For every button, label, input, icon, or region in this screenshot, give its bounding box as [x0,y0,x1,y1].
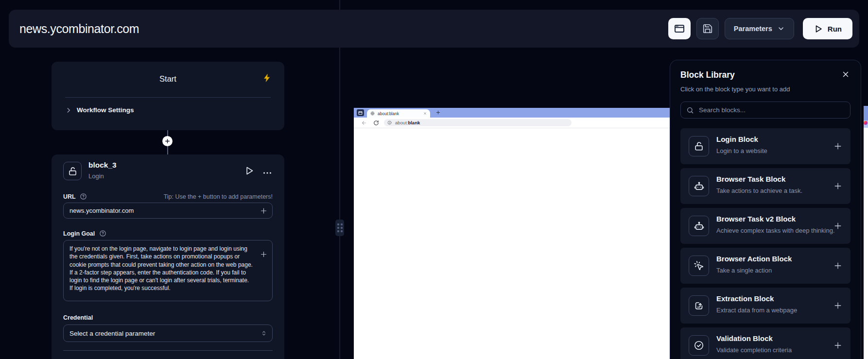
chevrons-up-down-icon [260,330,267,337]
parameters-button[interactable]: Parameters [725,18,794,39]
bot-icon [689,216,709,236]
search-input[interactable] [694,106,850,114]
add-parameter-plus-icon[interactable] [260,206,268,215]
block-library-subtitle: Click on the block type you want to add [680,85,790,93]
back-icon[interactable] [361,120,367,126]
background-window-tab-strip-sliver [864,106,868,120]
browser-preview-viewport[interactable]: about:blank about:blank [354,108,670,359]
add-block-plus-icon[interactable] [833,141,843,151]
block-item-name: Extraction Block [716,294,774,303]
start-node-card[interactable]: Start Workflow Settings [52,62,284,130]
block-library-item[interactable]: Browser Task v2 Block Achieve complex ta… [680,208,851,244]
help-circle-icon[interactable] [99,230,106,237]
search-icon [686,106,694,114]
block-library-panel: Block Library Click on the block type yo… [670,60,861,359]
block-item-description: Take actions to achieve a task. [716,187,802,194]
block-item-description: Extract data from a webpage [716,307,797,314]
login-goal-textarea[interactable]: If you're not on the login page, navigat… [63,240,273,301]
url-tip-text: Tip: Use the + button to add parameters! [164,193,273,200]
block-library-item[interactable]: Browser Task Block Take actions to achie… [680,168,851,204]
start-card-divider [65,97,271,98]
app-window-icon [674,23,685,34]
credential-select[interactable]: Select a credential parameter [63,325,273,342]
check-circle-icon [689,335,709,356]
search-box [680,102,851,119]
header-bar: news.ycombinator.com Parameters [9,10,859,48]
mouse-pointer-click-icon [689,256,709,276]
block-type-label: Login [88,172,104,180]
grip-dots-icon [337,223,343,232]
block-library-item[interactable]: Extraction Block Extract data from a web… [680,288,851,324]
login-goal-label: Login Goal [63,230,95,237]
block-item-description: Login to a website [716,147,767,154]
address-bar[interactable]: about:blank [384,119,572,126]
close-icon[interactable] [841,70,850,79]
add-block-plus-icon[interactable] [833,181,843,191]
header-controls: Parameters Run [668,18,852,39]
url-input[interactable] [64,203,272,218]
block-library-list: Login Block Login to a website Browser T… [680,128,851,359]
globe-icon [370,111,375,116]
block-item-name: Browser Task Block [716,175,785,183]
block-library-item[interactable]: Login Block Login to a website [680,128,851,164]
canvas-split-divider [339,0,340,359]
lightning-bolt-icon [262,73,272,83]
chevron-down-icon [777,25,785,33]
split-drag-handle[interactable] [335,220,344,236]
add-block-connector-button[interactable] [162,136,173,146]
block-item-name: Browser Task v2 Block [716,215,796,223]
block-library-item[interactable]: Validation Block Validate completion cri… [680,327,851,359]
credential-select-value: Select a credential parameter [64,330,155,337]
background-window-page-sliver [864,128,868,359]
browser-tab-strip: about:blank [354,108,670,118]
save-icon [702,23,713,34]
start-node-title: Start [52,74,284,84]
workflow-settings-label: Workflow Settings [77,106,134,114]
block-options-menu-button[interactable] [262,168,273,178]
browser-page-content [354,129,670,359]
lock-open-icon [689,136,709,156]
block-item-name: Browser Action Block [716,255,792,263]
help-circle-icon[interactable] [80,193,87,200]
block-item-name: Validation Block [716,334,773,342]
tab-search-icon[interactable] [357,109,364,116]
browser-tab[interactable]: about:blank [367,109,430,118]
workflow-settings-toggle[interactable]: Workflow Settings [65,106,134,114]
block-item-name: Login Block [716,135,758,143]
chevron-right-icon [65,107,72,114]
login-goal-field-row: Login Goal [63,230,106,237]
save-button[interactable] [696,18,719,39]
add-block-plus-icon[interactable] [833,221,843,231]
block-item-description: Take a single action [716,267,772,274]
credential-label: Credential [63,314,93,321]
url-field-row: URL Tip: Use the + button to add paramet… [63,193,273,200]
run-label: Run [828,25,842,33]
parameters-label: Parameters [734,25,772,33]
login-goal-text: If you're not on the login page, navigat… [64,240,272,297]
workflow-title: news.ycombinator.com [19,22,139,36]
play-icon [814,24,823,34]
login-block-node-card[interactable]: block_3 Login URL Tip: Use the + button … [52,154,284,359]
block-name: block_3 [88,161,117,170]
block-library-item[interactable]: Browser Action Block Take a single actio… [680,248,851,284]
reload-icon[interactable] [373,120,379,126]
run-button[interactable]: Run [803,18,852,39]
favicon-dot-icon [864,121,868,125]
block-library-title: Block Library [680,70,735,80]
address-text: about:blank [395,120,420,125]
tab-close-icon[interactable] [423,112,427,115]
add-block-plus-icon[interactable] [833,341,843,350]
add-parameter-plus-icon[interactable] [260,250,268,258]
block-item-description: Achieve complex tasks with deep thinking… [716,227,835,234]
bot-icon [689,176,709,196]
extract-icon [689,295,709,316]
browser-view-button[interactable] [668,18,691,39]
add-block-plus-icon[interactable] [833,261,843,271]
info-circle-icon[interactable] [387,120,392,125]
tab-title: about:blank [378,111,399,116]
new-tab-button[interactable] [435,110,441,115]
add-block-plus-icon[interactable] [833,301,843,310]
run-block-button[interactable] [244,166,254,176]
block-section-divider [63,350,273,351]
lock-open-icon [63,162,82,180]
